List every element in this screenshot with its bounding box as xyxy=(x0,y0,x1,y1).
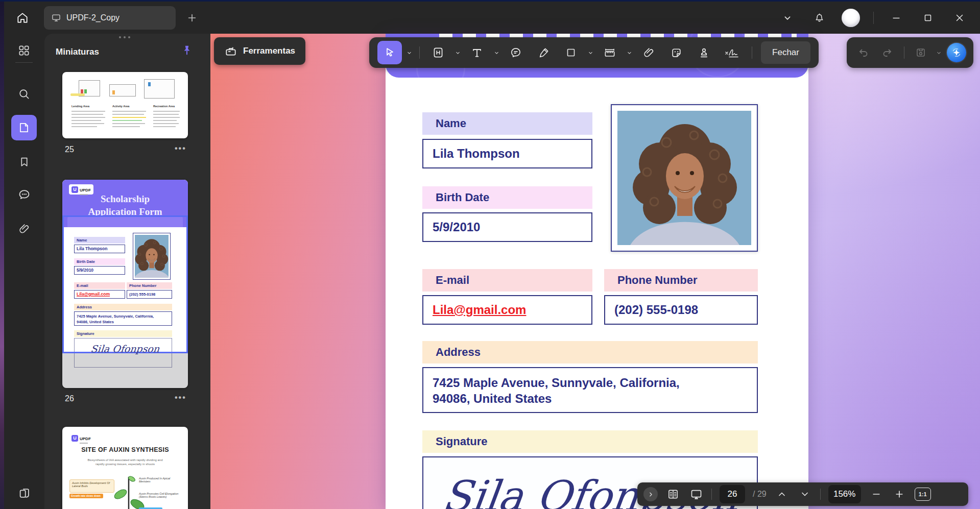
pen-tool-button[interactable] xyxy=(531,41,556,64)
select-tool-button[interactable] xyxy=(377,41,402,64)
pin-panel-button[interactable] xyxy=(178,42,196,59)
maximize-icon xyxy=(922,12,934,23)
thumbnail-page-25[interactable]: Lending Area Activity Area Recreation Ar… xyxy=(62,72,188,138)
minimize-button[interactable] xyxy=(887,9,905,27)
reading-mode-button[interactable] xyxy=(665,487,681,502)
page-26-label: 26 xyxy=(65,394,74,403)
save-icon xyxy=(915,46,927,59)
stamp-tool-button[interactable] xyxy=(691,41,716,64)
redo-button[interactable] xyxy=(877,43,897,62)
signature-field-label: Signature xyxy=(422,430,758,453)
comment-tool-button[interactable] xyxy=(504,41,528,64)
minus-icon xyxy=(871,489,881,499)
page-25-menu-button[interactable]: ••• xyxy=(175,144,186,153)
collapse-toolbar-button[interactable] xyxy=(778,9,797,27)
home-button[interactable] xyxy=(11,7,34,29)
thumb26-viewport-rectangle[interactable] xyxy=(62,215,188,353)
shapes-tool-button[interactable] xyxy=(559,41,583,64)
bookmarks-button[interactable] xyxy=(11,149,37,175)
thumb25-col1-header: Lending Area xyxy=(71,105,89,108)
attachment-tool-button[interactable] xyxy=(636,41,661,64)
next-page-button[interactable] xyxy=(797,487,812,502)
address-field-value[interactable]: 7425 Maple Avenue, Sunnyvale, California… xyxy=(422,367,758,413)
book-icon xyxy=(666,488,680,501)
page-number-input[interactable]: 26 xyxy=(720,485,745,503)
chat-bubble-icon xyxy=(17,188,31,202)
measure-tool-button[interactable] xyxy=(597,41,622,64)
document-tab[interactable]: UPDF-2_Copy xyxy=(44,6,176,30)
thumb27-orange-note: Auxin Inhibits Development Of Lateral Bu… xyxy=(69,479,114,493)
sticker-tool-button[interactable] xyxy=(664,41,688,64)
text-tool-button[interactable] xyxy=(465,41,489,64)
paperclip-icon xyxy=(18,223,31,235)
toolbar-separator xyxy=(752,46,752,59)
zoom-level-input[interactable]: 156% xyxy=(828,485,861,503)
save-dropdown[interactable] xyxy=(935,41,943,64)
thumb27-subtitle1: Biosynthesis of IAA associated with rapi… xyxy=(62,458,188,462)
maximize-button[interactable] xyxy=(919,9,937,27)
sticker-icon xyxy=(670,46,683,59)
thumb27-right-note1: Auxin Produced In Apical Meristem xyxy=(139,477,182,483)
page-total-label: / 29 xyxy=(753,490,767,499)
comments-button[interactable] xyxy=(11,182,37,207)
text-icon xyxy=(470,46,484,59)
panel-drag-handle[interactable] xyxy=(119,36,130,38)
highlight-icon xyxy=(432,46,445,59)
paperclip-icon xyxy=(642,46,655,59)
apps-grid-button[interactable] xyxy=(11,38,37,63)
thumbnail-page-27[interactable]: U UPDF SITE OF AUXIN SYNTHESIS Biosynthe… xyxy=(62,427,188,509)
desktop-sliver xyxy=(0,2,4,509)
tools-menu-button[interactable]: Ferramentas xyxy=(214,37,305,65)
birthdate-field-value[interactable]: 5/9/2010 xyxy=(422,212,592,242)
shapes-tool-dropdown[interactable] xyxy=(586,41,594,64)
previous-page-button[interactable] xyxy=(774,487,790,502)
zoom-out-button[interactable] xyxy=(869,487,884,502)
close-toolbar-button[interactable]: Fechar xyxy=(761,41,810,64)
highlight-tool-dropdown[interactable] xyxy=(453,41,462,64)
phone-field-label: Phone Number xyxy=(604,269,758,292)
actual-size-button[interactable]: 1:1 xyxy=(915,488,931,501)
applicant-photo[interactable] xyxy=(611,104,758,252)
text-tool-dropdown[interactable] xyxy=(492,41,500,64)
highlight-tool-button[interactable] xyxy=(426,41,450,64)
search-icon xyxy=(17,87,31,101)
new-tab-button[interactable] xyxy=(183,9,201,27)
updf-logo: U UPDF xyxy=(69,433,93,443)
zoom-in-button[interactable] xyxy=(892,487,907,502)
select-tool-dropdown[interactable] xyxy=(405,41,413,64)
undo-button[interactable] xyxy=(854,43,873,62)
attachments-button[interactable] xyxy=(11,216,37,241)
search-button[interactable] xyxy=(11,81,37,107)
email-field-value[interactable]: Lila@gmail.com xyxy=(422,295,592,325)
minimize-icon xyxy=(891,12,902,23)
undo-icon xyxy=(857,46,870,59)
comment-bubble-icon xyxy=(509,46,522,59)
chevron-right-icon xyxy=(648,491,654,498)
save-button[interactable] xyxy=(912,43,931,62)
measure-tool-dropdown[interactable] xyxy=(625,41,633,64)
stamp-icon xyxy=(698,46,710,59)
thumbnail-page-26-selected[interactable]: U UPDF Scholarship Application Form Name… xyxy=(62,180,188,388)
presentation-mode-button[interactable] xyxy=(688,487,704,502)
collapse-bar-button[interactable] xyxy=(643,487,658,501)
page-tools-button[interactable] xyxy=(11,480,37,506)
thumbnails-panel-button[interactable] xyxy=(11,115,37,140)
close-button[interactable] xyxy=(950,9,969,27)
toolbar-separator xyxy=(904,46,904,59)
thumbnails-panel: Miniaturas Lending Area Activity Area Re… xyxy=(44,34,210,509)
user-avatar[interactable] xyxy=(842,9,860,27)
ai-sparkle-icon xyxy=(950,46,963,59)
monitor-icon xyxy=(51,13,61,23)
ai-assistant-button[interactable] xyxy=(947,43,966,62)
presentation-icon xyxy=(689,488,703,501)
titlebar: UPDF-2_Copy xyxy=(4,2,980,34)
page-26-menu-button[interactable]: ••• xyxy=(175,393,186,402)
redo-icon xyxy=(881,46,893,59)
notifications-button[interactable] xyxy=(810,9,828,27)
name-field-value[interactable]: Lila Thompson xyxy=(422,139,592,168)
phone-field-value[interactable]: (202) 555-0198 xyxy=(604,295,758,325)
close-icon xyxy=(954,12,965,23)
signature-tool-button[interactable] xyxy=(719,41,746,64)
pdf-page[interactable]: Name Lila Thompson Birth Date 5/9/2010 E… xyxy=(386,34,808,509)
panel-title: Miniaturas xyxy=(56,47,99,57)
